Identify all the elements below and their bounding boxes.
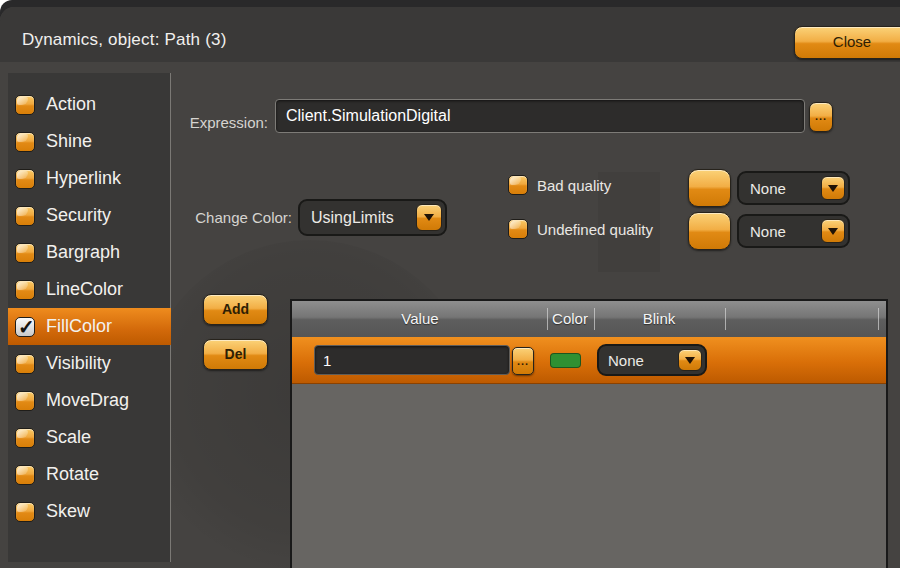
- sidebar-item-rotate[interactable]: Rotate: [8, 456, 170, 493]
- checkbox-icon[interactable]: [15, 280, 35, 300]
- checkbox-icon[interactable]: [15, 391, 35, 411]
- column-separator: [878, 308, 879, 330]
- undefined-quality-color-button[interactable]: [688, 212, 731, 250]
- sidebar-item-label: Visibility: [46, 353, 111, 374]
- change-color-dropdown[interactable]: UsingLimits: [298, 199, 447, 236]
- sidebar-item-label: LineColor: [46, 279, 123, 300]
- change-color-label: Change Color:: [160, 200, 292, 236]
- titlebar: Dynamics, object: Path (3) Close: [0, 7, 900, 62]
- row-value-input[interactable]: 1: [314, 345, 510, 375]
- checkbox-icon[interactable]: [15, 428, 35, 448]
- change-color-value: UsingLimits: [300, 209, 394, 227]
- checkmark-icon: ✓: [18, 315, 35, 339]
- column-header-color: Color: [552, 301, 588, 337]
- checked-checkbox-icon[interactable]: ✓: [15, 317, 35, 337]
- checkbox-icon[interactable]: [15, 95, 35, 115]
- sidebar-item-bargraph[interactable]: Bargraph: [8, 234, 170, 271]
- add-button[interactable]: Add: [203, 294, 268, 325]
- sidebar-item-label: Security: [46, 205, 111, 226]
- row-value: 1: [323, 352, 331, 369]
- checkbox-icon[interactable]: [15, 206, 35, 226]
- expression-input[interactable]: Client.SimulationDigital: [275, 99, 805, 133]
- checkbox-icon[interactable]: [15, 169, 35, 189]
- sidebar-item-security[interactable]: Security: [8, 197, 170, 234]
- chevron-down-icon[interactable]: [821, 219, 845, 243]
- expression-browse-button[interactable]: ...: [809, 102, 833, 132]
- color-rules-table: Value Color Blink 1 ... None: [290, 299, 888, 568]
- sidebar-item-shine[interactable]: Shine: [8, 123, 170, 160]
- column-header-value: Value: [401, 301, 438, 337]
- undefined-quality-row: Undefined quality: [508, 214, 653, 244]
- bad-quality-checkbox-icon[interactable]: [508, 175, 528, 195]
- dialog-title: Dynamics, object: Path (3): [22, 7, 227, 67]
- table-header: Value Color Blink: [292, 301, 886, 338]
- row-browse-button[interactable]: ...: [512, 347, 534, 375]
- column-separator: [725, 308, 726, 330]
- row-blink-value: None: [599, 352, 644, 369]
- expression-label: Expression:: [150, 106, 268, 140]
- bad-quality-row: Bad quality: [508, 170, 611, 200]
- table-row[interactable]: 1 ... None: [292, 337, 886, 384]
- sidebar-item-label: Shine: [46, 131, 92, 152]
- dynamics-sidebar: Action Shine Hyperlink Security Bargraph…: [8, 73, 171, 562]
- checkbox-icon[interactable]: [15, 243, 35, 263]
- row-blink-dropdown[interactable]: None: [597, 344, 707, 376]
- close-button[interactable]: Close: [794, 26, 900, 59]
- dynamics-dialog: Dynamics, object: Path (3) Close Action …: [0, 7, 900, 568]
- sidebar-item-scale[interactable]: Scale: [8, 419, 170, 456]
- sidebar-item-label: FillColor: [46, 316, 112, 337]
- checkbox-icon[interactable]: [15, 354, 35, 374]
- bad-quality-dropdown[interactable]: None: [737, 171, 850, 205]
- sidebar-item-label: Skew: [46, 501, 90, 522]
- undefined-quality-dropdown-value: None: [739, 223, 786, 240]
- column-separator: [594, 308, 595, 330]
- sidebar-item-hyperlink[interactable]: Hyperlink: [8, 160, 170, 197]
- bad-quality-dropdown-value: None: [739, 180, 786, 197]
- sidebar-item-label: Scale: [46, 427, 91, 448]
- checkbox-icon[interactable]: [15, 502, 35, 522]
- sidebar-item-label: MoveDrag: [46, 390, 129, 411]
- sidebar-item-visibility[interactable]: Visibility: [8, 345, 170, 382]
- sidebar-item-label: Rotate: [46, 464, 99, 485]
- sidebar-item-skew[interactable]: Skew: [8, 493, 170, 530]
- screen: { "colors": { "accent_orange": "#e8891c"…: [0, 0, 900, 578]
- checkbox-icon[interactable]: [15, 465, 35, 485]
- row-color-swatch[interactable]: [550, 353, 581, 368]
- column-separator: [547, 308, 548, 330]
- undefined-quality-checkbox-icon[interactable]: [508, 219, 528, 239]
- undefined-quality-label: Undefined quality: [537, 221, 653, 238]
- del-button[interactable]: Del: [203, 339, 268, 370]
- checkbox-icon[interactable]: [15, 132, 35, 152]
- expression-value: Client.SimulationDigital: [286, 107, 451, 125]
- sidebar-item-label: Bargraph: [46, 242, 120, 263]
- sidebar-item-label: Hyperlink: [46, 168, 121, 189]
- sidebar-item-fillcolor[interactable]: ✓ FillColor: [8, 308, 171, 345]
- sidebar-item-linecolor[interactable]: LineColor: [8, 271, 170, 308]
- column-header-blink: Blink: [643, 301, 676, 337]
- sidebar-item-action[interactable]: Action: [8, 86, 170, 123]
- undefined-quality-dropdown[interactable]: None: [737, 214, 850, 248]
- sidebar-item-movedrag[interactable]: MoveDrag: [8, 382, 170, 419]
- bad-quality-label: Bad quality: [537, 177, 611, 194]
- bad-quality-color-button[interactable]: [688, 169, 731, 207]
- chevron-down-icon[interactable]: [678, 349, 702, 371]
- chevron-down-icon[interactable]: [821, 176, 845, 200]
- sidebar-item-label: Action: [46, 94, 96, 115]
- chevron-down-icon[interactable]: [416, 204, 442, 231]
